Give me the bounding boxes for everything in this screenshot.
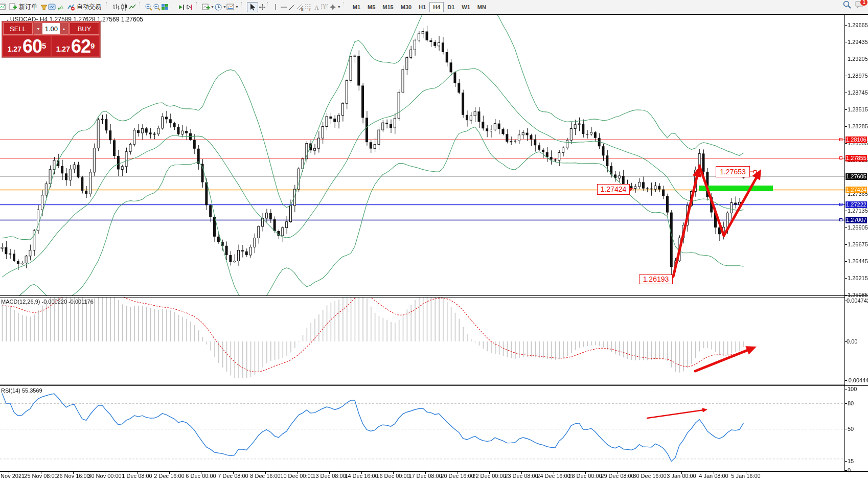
zoom-in-icon[interactable] [145,3,153,11]
price-axis-tick: 1.28285 [848,123,868,129]
new-order-icon [9,3,17,11]
crosshair-icon[interactable] [258,3,266,11]
auto-scroll-icon[interactable] [177,3,186,11]
text-tool-icon[interactable]: A [312,3,321,11]
macd-axis-tick: 0.00 [847,338,857,345]
time-axis-label: 30 Nov 00:00 [88,473,121,479]
channel-tool-icon[interactable]: E [296,3,304,11]
rsi-axis-tick: 100 [848,386,857,392]
one-click-trading-panel: SELL ▼ 1.00 ▲ BUY 1.27 60 5 1.27 62 9 [2,21,101,58]
bar-chart-icon[interactable] [112,3,120,11]
price-line-label: 1.27424 [846,187,867,193]
sell-price-sup: 5 [42,36,46,56]
template-icon[interactable] [226,3,235,11]
time-axis-label: 29 Dec 08:00 [601,473,634,479]
buy-price[interactable]: 1.27 62 9 [52,36,99,56]
price-axis-tick: 1.29205 [848,56,868,62]
toolbar-separator [267,2,270,12]
sell-price-big: 60 [22,38,42,55]
cursor-tool-button[interactable] [247,2,258,12]
trendline-tool-icon[interactable] [288,3,296,11]
price-callout[interactable]: 1.27424 [597,184,630,195]
candlestick-chart-icon[interactable] [120,3,128,11]
period-caret[interactable]: ▼ [223,5,226,9]
price-callout[interactable]: 1.26193 [639,274,673,284]
search-icon[interactable] [842,1,851,9]
volume-down-button[interactable]: ▼ [34,23,42,34]
price-axis-tick: 1.27135 [848,208,868,214]
tab-timeframe-W1[interactable]: W1 [458,2,474,12]
price-line-label: 1.27222 [846,201,867,208]
price-axis-tick: 1.26905 [848,224,868,231]
volume-up-button[interactable]: ▲ [60,23,68,34]
tab-timeframe-MN[interactable]: MN [474,2,490,12]
time-axis-label: 2 Dec 16:00 [154,473,184,479]
tab-timeframe-M1[interactable]: M1 [349,2,364,12]
price-axis-tick: 1.29435 [848,39,868,45]
buy-price-sup: 9 [90,36,95,56]
toolbar-standard-group: 新订单 自动交易 [0,0,105,14]
toolbar-charttype-group [110,0,138,14]
auto-trading-button[interactable]: 自动交易 [64,2,104,12]
template-caret[interactable]: ▼ [235,5,239,9]
chart-canvas[interactable] [0,0,868,481]
tab-timeframe-M15[interactable]: M15 [379,2,397,12]
charts-window-icon[interactable] [48,3,56,11]
price-callout[interactable]: 1.27653 [716,166,750,177]
sell-button[interactable]: SELL [3,22,33,35]
sell-price[interactable]: 1.27 60 5 [3,36,51,56]
vertical-line-tool-icon[interactable] [271,3,280,11]
toolbar-indicator-group: ▼ ▼ ▼ [200,0,240,14]
time-axis-label: 25 Nov 08:00 [24,473,57,479]
chart-shift-icon[interactable] [186,3,194,11]
fibonacci-tool-icon[interactable]: F [304,3,312,11]
toolbar-separator [139,2,142,12]
toolbar-separator [241,2,244,12]
time-axis-label: 23 Dec 08:00 [505,473,538,479]
toolbar-separator [344,2,347,12]
tab-timeframe-H4[interactable]: H4 [429,2,444,12]
tab-timeframe-D1[interactable]: D1 [444,2,458,12]
timeframe-group: M1M5M15M30H1H4D1W1MN [348,0,491,14]
svg-text:T: T [323,4,327,10]
tab-timeframe-M5[interactable]: M5 [364,2,379,12]
add-indicator-caret[interactable]: ▼ [211,5,214,9]
macd-axis-tick: -0.004448 [847,377,868,383]
new-order-button[interactable]: 新订单 [7,2,40,12]
buy-button[interactable]: BUY [70,22,99,35]
profiles-icon[interactable] [40,3,48,11]
price-axis-tick: 1.26445 [848,258,868,264]
arrows-tool-icon[interactable] [329,3,337,11]
time-axis-label: 10 Dec 00:00 [280,473,313,479]
fibo-tag: F [309,8,311,11]
macd-axis-tick: 0.004742 [847,297,868,304]
toolbar-zoom-group [143,0,171,14]
price-axis-tick: 1.26215 [848,275,868,281]
toolbar-scroll-group [176,0,195,14]
rsi-axis-tick: 80 [848,400,854,406]
tile-windows-icon[interactable] [161,3,169,11]
text-label-tool-icon[interactable]: T [321,3,329,11]
period-clock-icon[interactable] [214,3,222,11]
new-chart-icon[interactable] [0,3,7,11]
svg-text:A: A [314,4,319,11]
arrows-tool-caret[interactable]: ▼ [337,5,341,9]
line-chart-icon[interactable] [128,3,136,11]
price-axis-tick: 1.26675 [848,241,868,247]
tab-timeframe-H1[interactable]: H1 [415,2,429,12]
horizontal-line-tool-icon[interactable] [280,3,288,11]
toolbar: 新订单 自动交易 [0,0,868,14]
time-axis-label: 30 Dec 16:00 [633,473,666,479]
zoom-out-icon[interactable] [153,3,161,11]
volume-input[interactable]: 1.00 [42,23,60,34]
time-axis-label: 24 Nov 2021 [0,473,25,479]
price-line-label: 1.28106 [846,136,867,143]
tab-timeframe-M30[interactable]: M30 [397,2,415,12]
price-line-label: 1.27007 [846,217,867,223]
notifications-icon[interactable]: 1 [854,1,865,9]
add-indicator-icon[interactable] [202,3,210,11]
signals-icon[interactable] [56,3,64,11]
toolbar-separator [106,2,109,12]
buy-price-prefix: 1.27 [56,43,70,55]
macd-indicator-label: MACD(12,26,9) -0.000220 -0.001176 [1,299,94,305]
